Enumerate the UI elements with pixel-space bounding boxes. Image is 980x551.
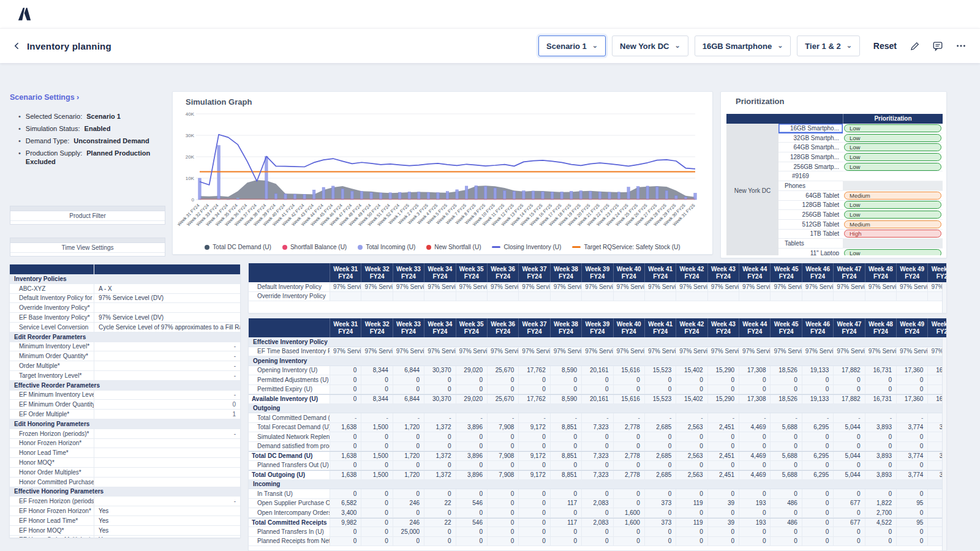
grid-cell[interactable]: [739, 292, 770, 301]
grid-cell[interactable]: 2,778: [613, 471, 644, 479]
grid-cell[interactable]: 0: [456, 508, 487, 517]
grid-cell[interactable]: 1,372: [424, 423, 455, 432]
grid-cell[interactable]: -: [330, 413, 361, 422]
grid-cell[interactable]: 1,720: [393, 471, 424, 479]
grid-cell[interactable]: 0: [456, 375, 487, 384]
grid-cell[interactable]: 0: [361, 375, 392, 384]
grid-cell[interactable]: 0: [707, 527, 739, 536]
grid-cell[interactable]: 0: [707, 508, 739, 517]
grid-cell[interactable]: 5,688: [770, 452, 801, 460]
grid-cell[interactable]: 0: [550, 461, 581, 470]
grid-cell[interactable]: 0: [361, 519, 392, 527]
grid-cell[interactable]: 0: [770, 461, 801, 470]
filter-tier-1-2[interactable]: Tier 1 & 2⌄: [797, 36, 860, 56]
grid-cell[interactable]: 0: [361, 461, 392, 470]
grid-cell[interactable]: 15,290: [707, 366, 739, 375]
product-cell-128gb-smartph[interactable]: 128GB Smartph...: [778, 152, 843, 162]
grid-cell[interactable]: 2,778: [613, 452, 644, 460]
grid-cell[interactable]: 95: [896, 499, 927, 508]
grid-cell[interactable]: 0: [770, 432, 801, 441]
grid-cell[interactable]: 677: [833, 519, 864, 527]
product-cell-tablets[interactable]: Tablets: [778, 239, 843, 249]
grid-cell[interactable]: 97% Servi...: [739, 347, 770, 356]
value-cell[interactable]: -: [94, 497, 240, 506]
grid-cell[interactable]: 97% Servi...: [550, 347, 581, 356]
grid-cell[interactable]: 19,133: [802, 395, 833, 403]
grid-cell[interactable]: 0: [707, 461, 739, 470]
week-column-header[interactable]: Week 49FY24: [896, 318, 927, 337]
grid-cell[interactable]: 9,172: [518, 452, 549, 460]
value-cell[interactable]: -: [94, 391, 240, 400]
grid-cell[interactable]: -: [550, 413, 581, 422]
week-column-header[interactable]: Week 45FY24: [770, 263, 801, 282]
grid-cell[interactable]: 677: [833, 499, 864, 508]
grid-cell[interactable]: 0: [833, 442, 864, 451]
grid-cell[interactable]: [581, 292, 612, 301]
grid-cell[interactable]: 0: [896, 375, 927, 384]
grid-cell[interactable]: 17,360: [896, 366, 927, 375]
grid-cell[interactable]: 0: [739, 385, 770, 394]
grid-cell[interactable]: 17,360: [896, 395, 927, 403]
week-column-header[interactable]: Week 34FY24: [424, 263, 455, 282]
grid-cell[interactable]: 0: [676, 385, 707, 394]
grid-cell[interactable]: 0: [518, 489, 549, 498]
week-column-header[interactable]: Week 42FY24: [676, 318, 707, 337]
grid-cell[interactable]: [770, 292, 801, 301]
grid-cell[interactable]: 4,469: [739, 423, 770, 432]
grid-cell[interactable]: 0: [456, 442, 487, 451]
grid-cell[interactable]: 0: [613, 442, 644, 451]
product-cell-32gb-smartph[interactable]: 32GB Smartph...: [778, 133, 843, 143]
grid-cell[interactable]: 0: [613, 432, 644, 441]
grid-cell[interactable]: 97% Servi...: [518, 347, 549, 356]
grid-cell[interactable]: 0: [487, 489, 518, 498]
value-cell[interactable]: -: [94, 342, 240, 351]
grid-cell[interactable]: [802, 292, 833, 301]
grid-cell[interactable]: 0: [361, 499, 392, 508]
scenario-settings-link[interactable]: Scenario Settings ›: [10, 93, 79, 102]
grid-cell[interactable]: 97% Servi...: [361, 347, 392, 356]
grid-cell[interactable]: 0: [550, 432, 581, 441]
grid-cell[interactable]: 30,370: [424, 366, 455, 375]
grid-cell[interactable]: 0: [518, 432, 549, 441]
grid-cell[interactable]: 17,308: [739, 395, 770, 403]
grid-cell[interactable]: 373: [644, 519, 676, 527]
value-cell[interactable]: -: [94, 351, 240, 361]
grid-cell[interactable]: 0: [739, 537, 770, 546]
grid-cell[interactable]: 0: [361, 489, 392, 498]
grid-cell[interactable]: 2,685: [644, 423, 676, 432]
priority-cell[interactable]: Medium: [843, 220, 943, 230]
grid-cell[interactable]: 546: [456, 499, 487, 508]
grid-cell[interactable]: -: [581, 413, 612, 422]
grid-cell[interactable]: 246: [393, 499, 424, 508]
grid-cell[interactable]: 18,526: [770, 366, 801, 375]
grid-cell[interactable]: 97% Servi...: [487, 282, 518, 291]
grid-cell[interactable]: 0: [739, 489, 770, 498]
grid-cell[interactable]: 97% Servi...: [676, 282, 707, 291]
grid-cell[interactable]: 0: [833, 537, 864, 546]
grid-cell[interactable]: 0: [707, 385, 739, 394]
week-column-header[interactable]: Week 35FY24: [456, 263, 487, 282]
grid-cell[interactable]: 0: [739, 442, 770, 451]
grid-cell[interactable]: 0: [361, 432, 392, 441]
grid-cell[interactable]: 97% Servi...: [424, 347, 455, 356]
grid-cell[interactable]: 0: [361, 508, 392, 517]
value-cell[interactable]: -: [94, 361, 240, 370]
week-column-header[interactable]: Week 32FY24: [361, 318, 392, 337]
grid-cell[interactable]: 0: [833, 432, 864, 441]
grid-cell[interactable]: 0: [581, 461, 612, 470]
grid-cell[interactable]: 0: [393, 508, 424, 517]
grid-cell[interactable]: [361, 292, 392, 301]
grid-cell[interactable]: 0: [865, 432, 896, 441]
grid-cell[interactable]: 29,020: [456, 395, 487, 403]
grid-cell[interactable]: 0: [424, 442, 455, 451]
grid-cell[interactable]: 0: [330, 527, 361, 536]
grid-cell[interactable]: 9,172: [518, 423, 549, 432]
grid-cell[interactable]: 5,688: [770, 471, 801, 479]
week-column-header[interactable]: Week 36FY24: [487, 318, 518, 337]
grid-cell[interactable]: 0: [865, 385, 896, 394]
grid-cell[interactable]: 0: [424, 489, 455, 498]
grid-cell[interactable]: -: [802, 413, 833, 422]
grid-cell[interactable]: 97% Servi...: [393, 282, 424, 291]
grid-cell[interactable]: 8,851: [550, 471, 581, 479]
grid-cell[interactable]: 0: [487, 519, 518, 527]
